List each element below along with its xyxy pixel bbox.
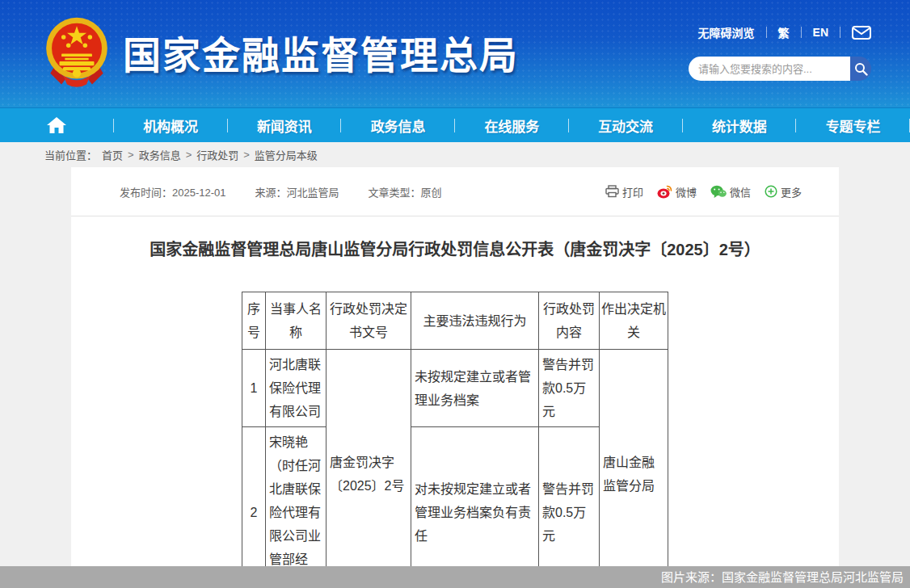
cell-authority: 唐山金融监管分局 bbox=[600, 350, 668, 588]
weibo-share-button[interactable]: 微博 bbox=[657, 184, 697, 200]
divider bbox=[840, 27, 840, 38]
wechat-share-button[interactable]: 微信 bbox=[710, 184, 751, 200]
search-button[interactable] bbox=[850, 57, 871, 81]
national-emblem-logo bbox=[42, 15, 112, 89]
plus-circle-icon bbox=[765, 185, 777, 198]
divider bbox=[801, 27, 802, 38]
print-button[interactable]: 打印 bbox=[605, 184, 643, 200]
breadcrumb-separator: > bbox=[128, 149, 134, 161]
cell-violation: 未按规定建立或者管理业务档案 bbox=[411, 350, 539, 427]
site-header: 国家金融监督管理总局 无障碍浏览 繁 EN bbox=[0, 0, 910, 107]
print-label: 打印 bbox=[622, 184, 643, 200]
table-header-row: 序号 当事人名称 行政处罚决定书文号 主要违法违规行为 行政处罚内容 作出决定机… bbox=[242, 292, 668, 350]
site-brand[interactable]: 国家金融监督管理总局 bbox=[42, 15, 519, 89]
cell-no: 2 bbox=[242, 427, 266, 588]
col-header-violation: 主要违法违规行为 bbox=[411, 292, 539, 350]
nav-item-tjsj[interactable]: 统计数据 bbox=[683, 108, 797, 142]
wechat-icon bbox=[710, 185, 727, 199]
printer-icon bbox=[605, 185, 619, 198]
more-share-button[interactable]: 更多 bbox=[765, 184, 802, 200]
site-title[interactable]: 国家金融监督管理总局 bbox=[123, 24, 519, 80]
publish-time: 发布时间：2025-12-01 bbox=[120, 184, 226, 200]
cell-penalty: 警告并罚款0.5万元 bbox=[539, 427, 600, 588]
article-source: 来源：河北监管局 bbox=[255, 184, 339, 200]
breadcrumb-jgfjbj[interactable]: 监管分局本级 bbox=[255, 147, 318, 162]
table-row: 1 河北唐联保险代理有限公司 唐金罚决字〔2025〕2号 未按规定建立或者管理业… bbox=[242, 350, 668, 427]
col-header-party: 当事人名称 bbox=[266, 292, 327, 350]
search-icon bbox=[854, 62, 868, 76]
english-link[interactable]: EN bbox=[813, 26, 828, 39]
nav-item-jgqk[interactable]: 机构概况 bbox=[114, 108, 228, 142]
col-header-authority: 作出决定机关 bbox=[600, 292, 668, 350]
cell-penalty: 警告并罚款0.5万元 bbox=[539, 350, 600, 427]
nav-item-zxfw[interactable]: 在线服务 bbox=[455, 108, 569, 142]
article-title: 国家金融监督管理总局唐山监管分局行政处罚信息公开表（唐金罚决字〔2025〕2号） bbox=[103, 237, 807, 262]
penalty-info-table: 序号 当事人名称 行政处罚决定书文号 主要违法违规行为 行政处罚内容 作出决定机… bbox=[242, 292, 668, 588]
search-input[interactable] bbox=[689, 57, 850, 81]
breadcrumb-separator: > bbox=[186, 149, 192, 161]
traditional-chinese-link[interactable]: 繁 bbox=[778, 24, 790, 40]
top-links: 无障碍浏览 繁 EN bbox=[689, 24, 871, 40]
breadcrumb: 当前位置： 首页 > 政务信息 > 行政处罚 > 监管分局本级 bbox=[0, 142, 910, 167]
nav-home[interactable] bbox=[0, 108, 114, 142]
divider bbox=[766, 27, 767, 38]
more-label: 更多 bbox=[781, 184, 802, 200]
col-header-penalty: 行政处罚内容 bbox=[539, 292, 600, 350]
breadcrumb-separator: > bbox=[243, 149, 250, 161]
breadcrumb-home[interactable]: 首页 bbox=[102, 147, 123, 162]
breadcrumb-zwxx[interactable]: 政务信息 bbox=[139, 147, 181, 162]
cell-document-no: 唐金罚决字〔2025〕2号 bbox=[327, 350, 411, 588]
cell-party: 河北唐联保险代理有限公司 bbox=[266, 350, 327, 427]
nav-item-hdjl[interactable]: 互动交流 bbox=[569, 108, 683, 142]
wechat-label: 微信 bbox=[730, 184, 751, 200]
breadcrumb-xzcf[interactable]: 行政处罚 bbox=[196, 147, 238, 162]
cell-no: 1 bbox=[242, 350, 266, 427]
breadcrumb-label: 当前位置： bbox=[44, 147, 97, 162]
page: 国家金融监督管理总局 无障碍浏览 繁 EN bbox=[0, 0, 910, 588]
weibo-label: 微博 bbox=[676, 184, 697, 200]
article-meta-row: 发布时间：2025-12-01 来源：河北监管局 文章类型：原创 打印 微博 bbox=[71, 167, 839, 216]
share-toolbar: 打印 微博 微信 更多 bbox=[605, 184, 802, 200]
nav-item-zwxx[interactable]: 政务信息 bbox=[341, 108, 455, 142]
col-header-docno: 行政处罚决定书文号 bbox=[327, 292, 411, 350]
main-nav: 机构概况 新闻资讯 政务信息 在线服务 互动交流 统计数据 专题专栏 bbox=[0, 107, 910, 142]
col-header-no: 序号 bbox=[242, 292, 266, 350]
image-source-watermark: 图片来源：国家金融监督管理总局河北监管局 bbox=[0, 566, 910, 588]
search-bar bbox=[689, 57, 871, 81]
article-type: 文章类型：原创 bbox=[369, 184, 442, 200]
cell-party: 宋晓艳（时任河北唐联保险代理有限公司业管部经理） bbox=[266, 427, 327, 588]
mail-icon[interactable] bbox=[852, 26, 871, 40]
content-panel: 发布时间：2025-12-01 来源：河北监管局 文章类型：原创 打印 微博 bbox=[71, 167, 839, 588]
nav-item-xwzx[interactable]: 新闻资讯 bbox=[228, 108, 342, 142]
accessibility-link[interactable]: 无障碍浏览 bbox=[698, 24, 755, 40]
article-meta: 发布时间：2025-12-01 来源：河北监管局 文章类型：原创 bbox=[120, 184, 442, 200]
nav-item-ztzl[interactable]: 专题专栏 bbox=[796, 108, 910, 142]
cell-violation: 对未按规定建立或者管理业务档案负有责任 bbox=[411, 427, 539, 588]
header-utilities: 无障碍浏览 繁 EN bbox=[689, 24, 871, 81]
home-icon bbox=[47, 117, 66, 133]
weibo-icon bbox=[657, 185, 672, 199]
